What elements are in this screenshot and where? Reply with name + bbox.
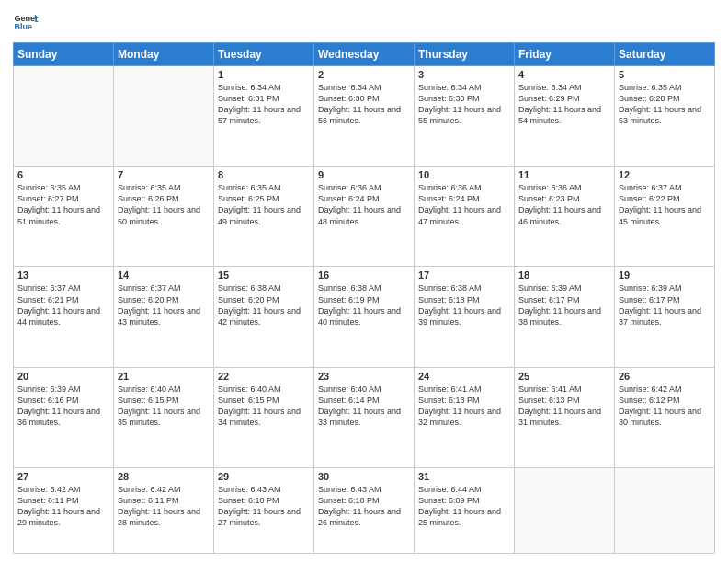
calendar-cell: 20Sunrise: 6:39 AMSunset: 6:16 PMDayligh… [14, 367, 114, 467]
calendar-cell: 23Sunrise: 6:40 AMSunset: 6:14 PMDayligh… [314, 367, 415, 467]
weekday-header-row: SundayMondayTuesdayWednesdayThursdayFrid… [14, 43, 715, 66]
day-number: 31 [418, 471, 510, 482]
day-number: 5 [619, 69, 711, 80]
cell-content: Sunrise: 6:37 AMSunset: 6:21 PMDaylight:… [17, 282, 109, 327]
day-number: 15 [218, 270, 310, 281]
cell-content: Sunrise: 6:39 AMSunset: 6:16 PMDaylight:… [17, 384, 109, 429]
day-number: 30 [318, 471, 410, 482]
day-number: 21 [118, 371, 210, 382]
calendar-cell: 15Sunrise: 6:38 AMSunset: 6:20 PMDayligh… [214, 267, 314, 367]
calendar-cell: 14Sunrise: 6:37 AMSunset: 6:20 PMDayligh… [114, 267, 214, 367]
cell-content: Sunrise: 6:43 AMSunset: 6:10 PMDaylight:… [218, 484, 310, 529]
calendar-cell: 8Sunrise: 6:35 AMSunset: 6:25 PMDaylight… [214, 167, 314, 267]
calendar-week-5: 27Sunrise: 6:42 AMSunset: 6:11 PMDayligh… [14, 467, 715, 553]
day-number: 18 [518, 270, 610, 281]
cell-content: Sunrise: 6:41 AMSunset: 6:13 PMDaylight:… [518, 384, 610, 429]
calendar-week-3: 13Sunrise: 6:37 AMSunset: 6:21 PMDayligh… [14, 267, 715, 367]
day-number: 7 [118, 169, 210, 180]
calendar-cell: 5Sunrise: 6:35 AMSunset: 6:28 PMDaylight… [615, 66, 715, 167]
day-number: 13 [17, 270, 109, 281]
day-number: 1 [218, 69, 310, 80]
calendar-week-2: 6Sunrise: 6:35 AMSunset: 6:27 PMDaylight… [14, 167, 715, 267]
cell-content: Sunrise: 6:41 AMSunset: 6:13 PMDaylight:… [418, 384, 510, 429]
calendar-cell: 11Sunrise: 6:36 AMSunset: 6:23 PMDayligh… [515, 167, 615, 267]
calendar-cell: 16Sunrise: 6:38 AMSunset: 6:19 PMDayligh… [314, 267, 415, 367]
day-number: 26 [619, 371, 711, 382]
cell-content: Sunrise: 6:42 AMSunset: 6:11 PMDaylight:… [118, 484, 210, 529]
calendar-cell: 17Sunrise: 6:38 AMSunset: 6:18 PMDayligh… [415, 267, 515, 367]
day-number: 3 [418, 69, 510, 80]
cell-content: Sunrise: 6:37 AMSunset: 6:20 PMDaylight:… [118, 282, 210, 327]
calendar-cell: 12Sunrise: 6:37 AMSunset: 6:22 PMDayligh… [615, 167, 715, 267]
day-number: 25 [518, 371, 610, 382]
day-number: 8 [218, 169, 310, 180]
day-number: 9 [318, 169, 410, 180]
day-number: 24 [418, 371, 510, 382]
day-number: 27 [17, 471, 109, 482]
day-number: 28 [118, 471, 210, 482]
day-number: 22 [218, 371, 310, 382]
calendar-cell: 31Sunrise: 6:44 AMSunset: 6:09 PMDayligh… [415, 467, 515, 553]
cell-content: Sunrise: 6:34 AMSunset: 6:30 PMDaylight:… [418, 82, 510, 127]
calendar-cell [114, 66, 214, 167]
day-number: 11 [518, 169, 610, 180]
weekday-header-sunday: Sunday [14, 43, 114, 66]
calendar-week-4: 20Sunrise: 6:39 AMSunset: 6:16 PMDayligh… [14, 367, 715, 467]
cell-content: Sunrise: 6:36 AMSunset: 6:24 PMDaylight:… [318, 182, 410, 227]
day-number: 6 [17, 169, 109, 180]
header: General Blue [13, 9, 715, 35]
cell-content: Sunrise: 6:39 AMSunset: 6:17 PMDaylight:… [619, 282, 711, 327]
day-number: 29 [218, 471, 310, 482]
calendar-cell: 30Sunrise: 6:43 AMSunset: 6:10 PMDayligh… [314, 467, 415, 553]
day-number: 10 [418, 169, 510, 180]
calendar-cell: 26Sunrise: 6:42 AMSunset: 6:12 PMDayligh… [615, 367, 715, 467]
day-number: 4 [518, 69, 610, 80]
cell-content: Sunrise: 6:35 AMSunset: 6:25 PMDaylight:… [218, 182, 310, 227]
page: General Blue SundayMondayTuesdayWednesda… [0, 0, 728, 563]
day-number: 12 [619, 169, 711, 180]
cell-content: Sunrise: 6:34 AMSunset: 6:31 PMDaylight:… [218, 82, 310, 127]
cell-content: Sunrise: 6:35 AMSunset: 6:27 PMDaylight:… [17, 182, 109, 227]
calendar-cell: 29Sunrise: 6:43 AMSunset: 6:10 PMDayligh… [214, 467, 314, 553]
logo: General Blue [13, 9, 39, 35]
day-number: 19 [619, 270, 711, 281]
cell-content: Sunrise: 6:35 AMSunset: 6:26 PMDaylight:… [118, 182, 210, 227]
weekday-header-wednesday: Wednesday [314, 43, 415, 66]
calendar-cell: 9Sunrise: 6:36 AMSunset: 6:24 PMDaylight… [314, 167, 415, 267]
day-number: 14 [118, 270, 210, 281]
cell-content: Sunrise: 6:40 AMSunset: 6:15 PMDaylight:… [218, 384, 310, 429]
calendar-cell [14, 66, 114, 167]
day-number: 17 [418, 270, 510, 281]
calendar-cell: 21Sunrise: 6:40 AMSunset: 6:15 PMDayligh… [114, 367, 214, 467]
calendar-cell: 1Sunrise: 6:34 AMSunset: 6:31 PMDaylight… [214, 66, 314, 167]
calendar-cell: 13Sunrise: 6:37 AMSunset: 6:21 PMDayligh… [14, 267, 114, 367]
cell-content: Sunrise: 6:38 AMSunset: 6:19 PMDaylight:… [318, 282, 410, 327]
weekday-header-thursday: Thursday [415, 43, 515, 66]
calendar-cell: 6Sunrise: 6:35 AMSunset: 6:27 PMDaylight… [14, 167, 114, 267]
cell-content: Sunrise: 6:34 AMSunset: 6:29 PMDaylight:… [518, 82, 610, 127]
calendar-cell: 10Sunrise: 6:36 AMSunset: 6:24 PMDayligh… [415, 167, 515, 267]
cell-content: Sunrise: 6:40 AMSunset: 6:14 PMDaylight:… [318, 384, 410, 429]
calendar-week-1: 1Sunrise: 6:34 AMSunset: 6:31 PMDaylight… [14, 66, 715, 167]
calendar-cell: 3Sunrise: 6:34 AMSunset: 6:30 PMDaylight… [415, 66, 515, 167]
cell-content: Sunrise: 6:42 AMSunset: 6:11 PMDaylight:… [17, 484, 109, 529]
day-number: 23 [318, 371, 410, 382]
calendar-cell [515, 467, 615, 553]
weekday-header-tuesday: Tuesday [214, 43, 314, 66]
cell-content: Sunrise: 6:36 AMSunset: 6:23 PMDaylight:… [518, 182, 610, 227]
calendar-cell: 27Sunrise: 6:42 AMSunset: 6:11 PMDayligh… [14, 467, 114, 553]
weekday-header-friday: Friday [515, 43, 615, 66]
calendar-cell [615, 467, 715, 553]
cell-content: Sunrise: 6:39 AMSunset: 6:17 PMDaylight:… [518, 282, 610, 327]
calendar-cell: 25Sunrise: 6:41 AMSunset: 6:13 PMDayligh… [515, 367, 615, 467]
calendar-cell: 22Sunrise: 6:40 AMSunset: 6:15 PMDayligh… [214, 367, 314, 467]
calendar-cell: 7Sunrise: 6:35 AMSunset: 6:26 PMDaylight… [114, 167, 214, 267]
calendar-cell: 19Sunrise: 6:39 AMSunset: 6:17 PMDayligh… [615, 267, 715, 367]
calendar-table: SundayMondayTuesdayWednesdayThursdayFrid… [13, 42, 715, 554]
weekday-header-monday: Monday [114, 43, 214, 66]
cell-content: Sunrise: 6:38 AMSunset: 6:18 PMDaylight:… [418, 282, 510, 327]
cell-content: Sunrise: 6:42 AMSunset: 6:12 PMDaylight:… [619, 384, 711, 429]
calendar-cell: 2Sunrise: 6:34 AMSunset: 6:30 PMDaylight… [314, 66, 415, 167]
day-number: 2 [318, 69, 410, 80]
cell-content: Sunrise: 6:43 AMSunset: 6:10 PMDaylight:… [318, 484, 410, 529]
